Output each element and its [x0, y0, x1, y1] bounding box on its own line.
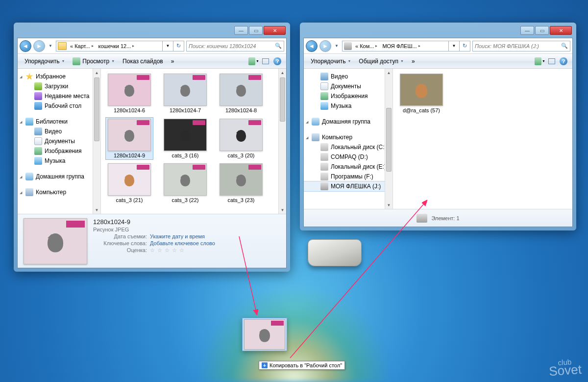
file-label: cats_3 (16)	[172, 153, 198, 159]
status-text: Элемент: 1	[431, 215, 459, 221]
nav-video[interactable]: Видео	[304, 72, 392, 81]
thumbnail-image	[108, 163, 151, 196]
breadcrumb-current[interactable]: кошечки 12...▸	[97, 41, 138, 51]
thumbnail-image	[220, 119, 263, 151]
file-label: cats_3 (23)	[227, 197, 254, 204]
address-dropdown[interactable]: ▼	[448, 41, 459, 51]
preview-pane-button[interactable]	[546, 56, 557, 67]
file-thumbnail[interactable]: 1280x1024-8	[218, 73, 265, 115]
view-mode-button[interactable]: ▼	[248, 56, 259, 67]
toolbar-overflow[interactable]: »	[408, 56, 419, 67]
close-button[interactable]: ✕	[550, 26, 572, 35]
nav-documents[interactable]: Документы	[18, 136, 100, 146]
titlebar: — ▭ ✕	[17, 26, 287, 36]
thumbnail-image	[164, 163, 207, 196]
nav-images[interactable]: Изображения	[18, 146, 100, 156]
nav-desktop[interactable]: Рабочий стол	[18, 101, 100, 111]
nav-disk-f[interactable]: Программы (F:)	[304, 172, 392, 181]
file-thumbnail[interactable]: cats_3 (23)	[218, 162, 265, 204]
breadcrumb-current[interactable]: МОЯ ФЛЕШ...▸	[380, 41, 423, 51]
toolbar-share[interactable]: Общий доступ▼	[355, 56, 408, 67]
search-box[interactable]: Поиск: кошечки 1280x1024 🔍	[186, 41, 284, 51]
details-date-value[interactable]: Укажите дату и время	[150, 233, 205, 239]
address-bar[interactable]: « Ком...▸ МОЯ ФЛЕШ...▸ ▼ ↻	[342, 41, 470, 51]
details-rating-stars[interactable]: ☆ ☆ ☆ ☆ ☆	[150, 247, 185, 254]
toolbar-overflow[interactable]: »	[167, 56, 178, 67]
desktop-icon	[34, 102, 42, 110]
folder-icon	[58, 42, 67, 50]
file-label: d@ra_cats (57)	[403, 107, 440, 114]
back-button[interactable]: ◄	[306, 40, 318, 52]
close-button[interactable]: ✕	[264, 26, 286, 35]
crumb-label: кошечки 12...	[98, 43, 131, 49]
details-keys-value[interactable]: Добавьте ключевое слово	[150, 240, 215, 246]
nav-recent[interactable]: Недавние места	[18, 91, 100, 101]
toolbar-slideshow[interactable]: Показ слайдов	[119, 56, 167, 67]
details-type: Рисунок JPEG	[93, 227, 215, 232]
toolbar-view[interactable]: Просмотр▼	[69, 55, 119, 67]
nav-computer[interactable]: Компьютер	[304, 132, 392, 142]
refresh-button[interactable]: ↻	[173, 41, 184, 51]
nav-homegroup[interactable]: Домашняя группа	[304, 117, 392, 127]
nav-downloads[interactable]: Загрузки	[18, 81, 100, 91]
toolbar-organize[interactable]: Упорядочить▼	[21, 56, 69, 67]
breadcrumb-prev[interactable]: « Ком...▸	[353, 41, 380, 51]
back-button[interactable]: ◄	[20, 40, 31, 52]
maximize-button[interactable]: ▭	[249, 26, 263, 35]
file-thumbnail[interactable]: cats_3 (20)	[218, 118, 265, 160]
hdd-icon	[320, 143, 328, 151]
search-box[interactable]: Поиск: МОЯ ФЛЕШКА (J:) 🔍	[472, 41, 570, 51]
file-thumbnail[interactable]: cats_3 (21)	[106, 162, 153, 204]
nav-images[interactable]: Изображения	[304, 91, 392, 101]
explorer-window-1: — ▭ ✕ ◄ ► ▼ « Карт...▸ кошечки 12...▸ ▼ …	[14, 23, 290, 272]
sidebar-scrollbar[interactable]: ▲ ▼	[385, 69, 392, 209]
details-date-label: Дата съемки:	[93, 233, 147, 239]
file-thumbnail[interactable]: d@ra_cats (57)	[398, 73, 445, 115]
preview-pane-button[interactable]	[260, 56, 271, 67]
toolbar-organize[interactable]: Упорядочить▼	[307, 56, 355, 67]
help-button[interactable]: ?	[272, 56, 283, 67]
file-thumbnail[interactable]: cats_3 (16)	[162, 118, 209, 160]
nav-computer[interactable]: Компьютер	[18, 187, 100, 197]
refresh-button[interactable]: ↻	[459, 41, 470, 51]
crumb-label: Ком...	[360, 43, 374, 49]
music-icon	[34, 157, 42, 165]
maximize-button[interactable]: ▭	[535, 26, 549, 35]
sidebar-scrollbar[interactable]: ▲ ▼	[93, 69, 100, 214]
history-dropdown[interactable]: ▼	[333, 41, 340, 51]
minimize-button[interactable]: —	[520, 26, 534, 35]
address-dropdown[interactable]: ▼	[162, 41, 173, 51]
nav-pane: Избранное Загрузки Недавние места Рабочи…	[18, 69, 101, 214]
nav-libraries[interactable]: Библиотеки	[18, 117, 100, 127]
nav-favorites[interactable]: Избранное	[18, 72, 100, 81]
search-placeholder: Поиск: МОЯ ФЛЕШКА (J:)	[475, 43, 539, 49]
view-mode-button[interactable]: ▼	[535, 56, 545, 67]
images-icon	[320, 92, 328, 100]
desktop-drive-icon[interactable]	[308, 239, 362, 274]
forward-button[interactable]: ►	[33, 40, 45, 52]
history-dropdown[interactable]: ▼	[47, 41, 54, 51]
file-thumbnail[interactable]: cats_3 (22)	[162, 162, 209, 204]
file-thumbnail[interactable]: 1280x1024-6	[106, 73, 153, 115]
content-scrollbar[interactable]: ▲ ▼	[278, 69, 286, 214]
nav-disk-e[interactable]: Локальный диск (E:)	[304, 162, 392, 172]
nav-disk-c[interactable]: Локальный диск (C:)	[304, 142, 392, 152]
file-thumbnail[interactable]: 1280x1024-9	[106, 118, 153, 160]
downloads-icon	[34, 82, 42, 90]
forward-button[interactable]: ►	[319, 40, 331, 52]
nav-homegroup[interactable]: Домашняя группа	[18, 172, 100, 181]
file-thumbnail[interactable]: 1280x1024-7	[162, 73, 209, 115]
breadcrumb-prev[interactable]: « Карт...▸	[68, 41, 97, 51]
help-button[interactable]: ?	[558, 56, 569, 67]
nav-video[interactable]: Видео	[18, 127, 100, 136]
nav-disk-d[interactable]: COMPAQ (D:)	[304, 152, 392, 162]
minimize-button[interactable]: —	[234, 26, 248, 35]
nav-disk-j[interactable]: МОЯ ФЛЕШКА (J:)	[304, 181, 392, 191]
hdd-icon	[320, 163, 328, 171]
nav-music[interactable]: Музыка	[18, 156, 100, 166]
address-bar[interactable]: « Карт...▸ кошечки 12...▸ ▼ ↻	[56, 41, 184, 51]
content-pane[interactable]: 1280x1024-61280x1024-71280x1024-81280x10…	[101, 69, 286, 214]
nav-documents[interactable]: Документы	[304, 81, 392, 91]
content-pane[interactable]: d@ra_cats (57)	[393, 69, 572, 209]
nav-music[interactable]: Музыка	[304, 101, 392, 111]
